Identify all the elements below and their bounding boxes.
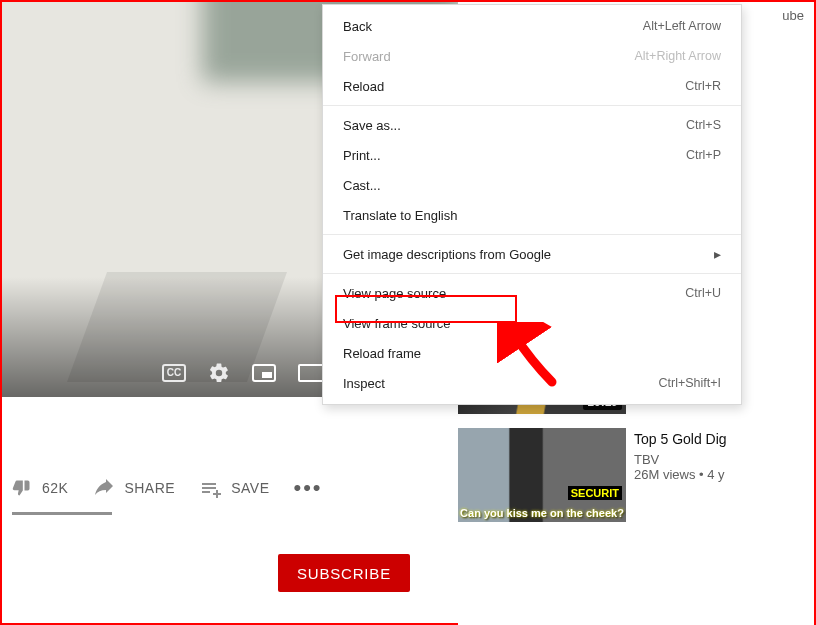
context-menu-separator [323, 234, 741, 235]
save-label: SAVE [231, 480, 269, 496]
context-menu-label: Back [343, 19, 372, 34]
context-menu-label: Get image descriptions from Google [343, 247, 551, 262]
rec-title: Top 5 Gold Dig [634, 431, 727, 447]
context-menu-shortcut: Ctrl+Shift+I [658, 376, 721, 390]
cutoff-text: ube [782, 8, 804, 23]
video-actions: 62K SHARE SAVE ••• [12, 477, 323, 499]
share-button[interactable]: SHARE [92, 477, 175, 499]
context-menu-label: Inspect [343, 376, 385, 391]
context-menu-shortcut: Ctrl+U [685, 286, 721, 300]
recommendation-item[interactable]: SECURIT Can you kiss me on the cheek? To… [458, 424, 814, 526]
playlist-add-icon [199, 477, 221, 499]
cc-icon[interactable]: CC [162, 364, 186, 382]
share-arrow-icon [92, 477, 114, 499]
dislike-button[interactable]: 62K [12, 478, 68, 498]
context-menu-label: Reload frame [343, 346, 421, 361]
context-menu-item[interactable]: View frame source [323, 308, 741, 338]
context-menu-item[interactable]: Get image descriptions from Google▸ [323, 239, 741, 269]
context-menu-shortcut: Ctrl+S [686, 118, 721, 132]
settings-gear-icon[interactable] [208, 362, 230, 384]
context-menu-label: Translate to English [343, 208, 457, 223]
context-menu-shortcut: Alt+Left Arrow [643, 19, 721, 33]
context-menu-separator [323, 105, 741, 106]
context-menu-shortcut: Ctrl+R [685, 79, 721, 93]
context-menu-item[interactable]: InspectCtrl+Shift+I [323, 368, 741, 398]
cc-label: CC [162, 364, 186, 382]
context-menu-label: View frame source [343, 316, 450, 331]
share-label: SHARE [124, 480, 175, 496]
context-menu-item: ForwardAlt+Right Arrow [323, 41, 741, 71]
dislike-count: 62K [42, 480, 68, 496]
context-menu-item[interactable]: Cast... [323, 170, 741, 200]
rec-stat-b: 4 y [707, 467, 724, 482]
context-menu-label: Forward [343, 49, 391, 64]
thumb-caption: Can you kiss me on the cheek? [458, 507, 626, 519]
context-menu-label: Save as... [343, 118, 401, 133]
context-menu-item[interactable]: Translate to English [323, 200, 741, 230]
context-menu-label: Print... [343, 148, 381, 163]
context-menu-label: Reload [343, 79, 384, 94]
save-button[interactable]: SAVE [199, 477, 269, 499]
rec-stat-a: 26M views [634, 467, 695, 482]
action-underline [12, 512, 112, 515]
rec-channel: TBV [634, 452, 659, 467]
submenu-arrow-icon: ▸ [714, 246, 721, 262]
browser-context-menu: BackAlt+Left ArrowForwardAlt+Right Arrow… [322, 4, 742, 405]
thumb-down-icon [12, 478, 32, 498]
context-menu-item[interactable]: BackAlt+Left Arrow [323, 11, 741, 41]
context-menu-item[interactable]: Print...Ctrl+P [323, 140, 741, 170]
subscribe-label: SUBSCRIBE [297, 565, 391, 582]
context-menu-item[interactable]: ReloadCtrl+R [323, 71, 741, 101]
app-root: CC 62K SHARE SAVE [0, 0, 816, 625]
context-menu-shortcut: Ctrl+P [686, 148, 721, 162]
more-dots-icon: ••• [293, 483, 322, 493]
subscribe-button[interactable]: SUBSCRIBE [278, 554, 410, 592]
context-menu-separator [323, 273, 741, 274]
context-menu-label: Cast... [343, 178, 381, 193]
context-menu-shortcut: Alt+Right Arrow [635, 49, 722, 63]
context-menu-label: View page source [343, 286, 446, 301]
miniplayer-icon[interactable] [252, 364, 276, 382]
security-tag: SECURIT [568, 486, 622, 500]
context-menu-item[interactable]: Save as...Ctrl+S [323, 110, 741, 140]
more-actions-button[interactable]: ••• [293, 483, 322, 493]
context-menu-item[interactable]: View page sourceCtrl+U [323, 278, 741, 308]
thumbnail[interactable]: SECURIT Can you kiss me on the cheek? [458, 428, 626, 522]
context-menu-item[interactable]: Reload frame [323, 338, 741, 368]
